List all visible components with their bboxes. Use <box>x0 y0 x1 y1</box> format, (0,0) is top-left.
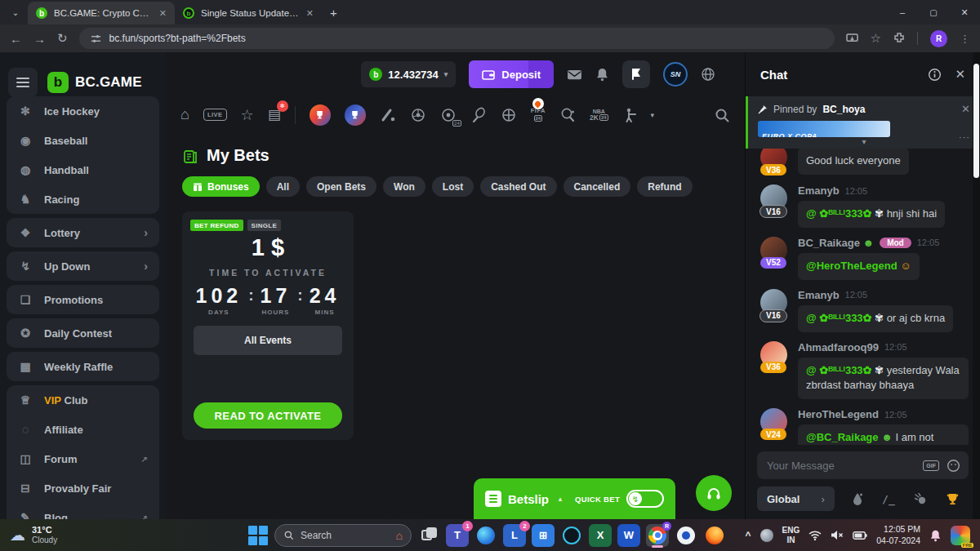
pinned-expand-chevron-icon[interactable]: ▾ <box>758 137 970 147</box>
page-scrollbar[interactable] <box>973 52 980 519</box>
gif-icon[interactable]: GIF <box>923 460 939 471</box>
browser-menu-icon[interactable]: ⋮ <box>960 33 970 45</box>
onedrive-icon[interactable] <box>760 529 773 542</box>
filter-refund[interactable]: Refund <box>637 176 692 197</box>
tennis-icon[interactable] <box>470 107 487 123</box>
soccer-24-icon[interactable]: 24 <box>440 107 457 123</box>
sidebar-item-provably-fair[interactable]: ⊟Provably Fair <box>7 473 159 503</box>
sidebar-item-baseball[interactable]: ◉Baseball <box>7 126 159 155</box>
tray-chevron-icon[interactable]: ^ <box>746 530 751 541</box>
chat-username[interactable]: Emanyb <box>798 289 840 301</box>
betslip-bar[interactable]: Betslip ▲ QUICK BET ↯ <box>474 478 675 519</box>
sidebar-item-ice-hockey[interactable]: ✼Ice Hockey <box>7 96 159 126</box>
new-tab-button[interactable]: + <box>330 6 337 20</box>
my-bets-icon[interactable]: ▤✼ <box>268 106 281 123</box>
pinned-message[interactable]: Pinned by BC_hoya ✕ EURO X COPA ··· ▾ <box>746 96 980 149</box>
counter-strike-icon[interactable] <box>622 107 637 123</box>
euro-tournament-icon[interactable] <box>310 104 331 126</box>
site-settings-icon[interactable] <box>91 33 101 44</box>
language-globe-icon[interactable] <box>701 67 715 82</box>
balance-selector[interactable]: b 12.432734 ▾ <box>361 61 456 87</box>
tab-close-icon[interactable]: ✕ <box>306 8 314 19</box>
filter-cashed-out[interactable]: Cashed Out <box>480 176 556 197</box>
notifications-bell-icon[interactable] <box>595 67 609 82</box>
copilot-fre-icon[interactable]: FRE <box>951 526 970 545</box>
mail-icon[interactable] <box>567 69 582 81</box>
live-icon[interactable]: LIVE <box>203 109 227 121</box>
wifi-icon[interactable] <box>808 531 822 540</box>
sidebar-item-blog[interactable]: ✎Blog↗ <box>7 503 159 519</box>
bcgame-logo[interactable]: b BC.GAME <box>47 72 142 93</box>
chat-username[interactable]: Ahmadfarooq99 <box>798 341 879 353</box>
mention[interactable]: @HeroTheLegend <box>806 260 900 272</box>
all-events-button[interactable]: All Events <box>194 326 342 355</box>
nba2k-icon[interactable]: NBA 2K24 <box>590 109 608 122</box>
filter-all[interactable]: All <box>266 176 300 197</box>
pinned-more-icon[interactable]: ··· <box>959 132 970 142</box>
emoji-icon[interactable] <box>947 459 960 473</box>
chat-input[interactable] <box>765 459 915 473</box>
sports-more-chevron-icon[interactable]: ▾ <box>651 111 655 119</box>
cricket-icon[interactable] <box>380 107 396 123</box>
notification-bell-icon[interactable] <box>929 529 942 542</box>
battery-icon[interactable] <box>853 531 867 540</box>
firefox-app-icon[interactable] <box>703 524 726 547</box>
volume-muted-icon[interactable] <box>831 530 844 540</box>
support-button[interactable] <box>696 475 732 511</box>
mention[interactable]: @ ✿ᴮᴵᴸᴸᴵ333✿ <box>806 207 875 220</box>
filter-bonuses[interactable]: Bonuses <box>182 176 260 197</box>
teams-app-icon[interactable]: T1 <box>446 524 469 547</box>
sidebar-item-up-down[interactable]: ↯Up Down› <box>7 251 159 281</box>
rain-drop-icon[interactable] <box>852 492 863 506</box>
mention[interactable]: @ ✿ᴮᴵᴸᴸᴵ333✿ <box>806 364 875 376</box>
browser-profile-avatar[interactable]: R <box>930 30 947 47</box>
filter-won[interactable]: Won <box>383 176 425 197</box>
sidebar-item-vip-club[interactable]: ♕VIP Club <box>7 385 159 415</box>
store-app-icon[interactable]: ⊞ <box>532 524 555 547</box>
taskbar-clock[interactable]: 12:05 PM04-07-2024 <box>876 524 920 546</box>
pinned-close-icon[interactable]: ✕ <box>961 103 970 115</box>
url-bar[interactable]: bc.fun/sports?bt-path=%2Fbets <box>79 28 835 49</box>
chrome-app-icon[interactable]: R <box>646 524 669 547</box>
restore-button[interactable]: ▢ <box>918 0 949 24</box>
eye-app-icon[interactable] <box>675 524 697 547</box>
scrollbar-thumb[interactable] <box>973 64 979 178</box>
sidebar-item-affiliate[interactable]: ◌Affiliate <box>7 415 159 444</box>
close-button[interactable]: ✕ <box>949 0 980 24</box>
soccer-icon[interactable] <box>410 107 426 123</box>
sidebar-item-weekly-raffle[interactable]: ▦Weekly Raffle <box>7 352 159 381</box>
basketball-icon[interactable] <box>501 107 517 123</box>
sidebar-item-lottery[interactable]: ❖Lottery› <box>7 218 159 247</box>
sidebar-item-daily-contest[interactable]: ✪Daily Contest <box>7 318 159 348</box>
mention[interactable]: @ ✿ᴮᴵᴸᴸᴵ333✿ <box>806 312 875 324</box>
start-button[interactable] <box>247 525 269 546</box>
sidebar-item-forum[interactable]: ◫Forum↗ <box>7 444 159 473</box>
chat-username[interactable]: HeroTheLegend <box>798 408 879 420</box>
filter-open-bets[interactable]: Open Bets <box>306 176 376 197</box>
back-button[interactable]: ← <box>10 32 22 46</box>
chat-channel-selector[interactable]: Global › <box>757 487 835 511</box>
edge-app-icon[interactable] <box>474 524 497 547</box>
extensions-icon[interactable] <box>893 33 905 44</box>
chat-username[interactable]: BC_Raikage ☻ <box>798 237 874 249</box>
bookmark-star-icon[interactable]: ☆ <box>871 31 881 46</box>
fifa-icon[interactable]: FIFA 24 <box>531 108 546 122</box>
user-avatar[interactable]: SN <box>663 62 688 87</box>
activate-button[interactable]: READ TO ACTIVATE <box>194 402 342 429</box>
language-indicator[interactable]: ENGIN <box>782 526 800 544</box>
filter-cancelled[interactable]: Cancelled <box>564 176 631 197</box>
quick-bet-toggle[interactable]: ↯ <box>626 490 664 508</box>
coco-meteor-icon[interactable] <box>914 492 927 505</box>
copa-tournament-icon[interactable] <box>345 104 366 126</box>
mention[interactable]: @BC_Raikage <box>806 431 881 443</box>
alexa-app-icon[interactable] <box>560 524 583 547</box>
sidebar-item-racing[interactable]: ♞Racing <box>7 184 159 214</box>
cast-save-icon[interactable] <box>846 33 858 44</box>
taskbar-weather-widget[interactable]: ☁ 31°CCloudy <box>0 525 67 545</box>
tab-search-chevron-icon[interactable]: ⌄ <box>7 3 24 21</box>
chat-input-box[interactable]: GIF <box>757 451 969 479</box>
filter-lost[interactable]: Lost <box>432 176 474 197</box>
bcd-flag-icon[interactable] <box>622 60 650 88</box>
minimize-button[interactable]: – <box>887 0 918 24</box>
deposit-button[interactable]: Deposit <box>469 60 554 88</box>
